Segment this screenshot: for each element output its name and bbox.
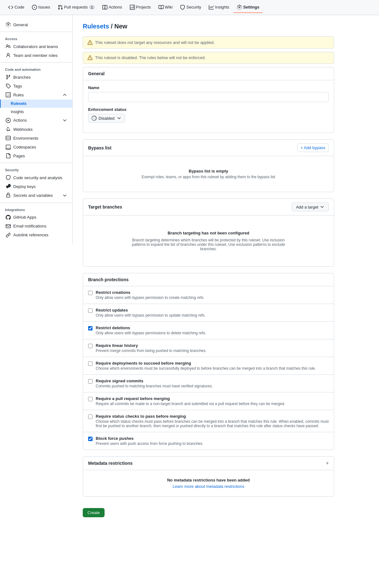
add-bypass-button[interactable]: + Add bypass	[297, 143, 329, 152]
protection-checkbox-restrict-deletions[interactable]	[88, 326, 93, 330]
target-empty-desc: Branch targeting determines which branch…	[129, 238, 287, 251]
breadcrumb-separator: /	[109, 23, 114, 30]
nav-insights[interactable]: Insights	[206, 2, 232, 13]
bypass-section-header: Bypass list + Add bypass	[83, 140, 334, 156]
integrations-section-label: Integrations	[0, 205, 72, 213]
name-input[interactable]	[88, 92, 329, 102]
protection-checkbox-require-status-checks[interactable]	[88, 415, 93, 419]
nav-wiki[interactable]: Wiki	[155, 2, 176, 13]
sidebar-deploy-keys-label: Deploy keys	[13, 184, 36, 189]
nav-projects-label: Projects	[136, 5, 151, 9]
protection-desc-require-signed-commits: Commits pushed to matching branches must…	[96, 384, 213, 388]
sidebar-rules-label: Rules	[13, 93, 24, 97]
sidebar-secrets-label: Secrets and variables	[13, 193, 53, 198]
breadcrumb-parent[interactable]: Rulesets	[83, 23, 109, 30]
sidebar-code-security[interactable]: Code security and analysis	[0, 173, 72, 182]
protection-checkbox-require-linear-history[interactable]	[88, 344, 93, 348]
alert-no-resources-text: This ruleset does not target any resourc…	[95, 40, 215, 45]
nav-pr-label: Pull requests	[64, 5, 88, 9]
general-section-body: Name Enforcement status Disabled	[83, 80, 334, 133]
access-section-label: Access	[0, 34, 72, 42]
table-row: Restrict updatesOnly allow users with by…	[83, 304, 334, 322]
person-icon	[6, 53, 11, 58]
metadata-add-icon[interactable]: +	[326, 460, 329, 466]
projects-icon	[130, 5, 135, 10]
protection-checkbox-restrict-creations[interactable]	[88, 291, 93, 295]
nav-wiki-label: Wiki	[165, 5, 173, 9]
breadcrumb-current: New	[114, 23, 127, 30]
bypass-empty-state: Bypass list is empty Exempt roles, teams…	[88, 161, 329, 187]
protection-checkbox-require-signed-commits[interactable]	[88, 379, 93, 384]
general-section: General Name Enforcement status Disabled	[83, 67, 334, 133]
sidebar-branches[interactable]: Branches	[0, 73, 72, 82]
chevron-down-target-icon	[320, 204, 325, 209]
bypass-empty-desc: Exempt roles, teams, or apps from this r…	[93, 175, 324, 179]
table-row: Require a pull request before mergingReq…	[83, 392, 334, 410]
nav-settings[interactable]: Settings	[234, 2, 262, 13]
chevron-down-icon	[62, 118, 67, 123]
table-row: Require linear historyPrevent merge comm…	[83, 339, 334, 357]
protection-desc-require-linear-history: Prevent merge commits from being pushed …	[96, 349, 207, 353]
add-target-button[interactable]: Add a target	[292, 203, 329, 211]
insights-icon	[209, 5, 214, 10]
sidebar-tags[interactable]: Tags	[0, 82, 72, 90]
warning-icon	[87, 40, 93, 45]
gear-icon	[6, 22, 11, 27]
target-empty-state: Branch targeting has not been configured…	[88, 221, 329, 261]
target-section-header: Target branches Add a target	[83, 199, 334, 215]
sidebar-insights-sub[interactable]: Insights	[0, 108, 72, 116]
breadcrumb: Rulesets / New	[83, 23, 334, 30]
pages-icon	[6, 153, 11, 158]
nav-issues[interactable]: Issues	[29, 2, 53, 13]
lock-icon	[6, 193, 11, 198]
protection-checkbox-require-pull-request[interactable]	[88, 397, 93, 401]
sidebar-secrets-variables[interactable]: Secrets and variables	[0, 191, 72, 200]
sidebar-autolink-references[interactable]: Autolink references	[0, 231, 72, 239]
sidebar: General Access Collaborators and teams T…	[0, 15, 73, 588]
code-icon	[8, 5, 13, 10]
sidebar-webhooks-label: Webhooks	[13, 127, 33, 132]
create-button[interactable]: Create	[83, 508, 105, 517]
nav-projects[interactable]: Projects	[127, 2, 154, 13]
table-row: Require status checks to pass before mer…	[83, 410, 334, 432]
sidebar-email-notifications[interactable]: Email notifications	[0, 222, 72, 231]
protection-label-require-signed-commits: Require signed commits	[96, 379, 213, 383]
sidebar-collaborators[interactable]: Collaborators and teams	[0, 42, 72, 51]
sidebar-general[interactable]: General	[0, 20, 72, 29]
sidebar-pages[interactable]: Pages	[0, 151, 72, 160]
nav-issues-label: Issues	[38, 5, 50, 9]
sidebar-codespaces[interactable]: Codespaces	[0, 142, 72, 151]
sidebar-deploy-keys[interactable]: Deploy keys	[0, 182, 72, 191]
nav-actions[interactable]: Actions	[99, 2, 125, 13]
protection-checkbox-block-force-pushes[interactable]	[88, 437, 93, 441]
metadata-learn-more[interactable]: Learn more about metadata restrictions	[173, 484, 244, 489]
sidebar-github-apps[interactable]: GitHub Apps	[0, 213, 72, 222]
general-section-header: General	[83, 67, 334, 80]
protection-checkbox-restrict-updates[interactable]	[88, 308, 93, 313]
sidebar-environments[interactable]: Environments	[0, 134, 72, 142]
protection-checkbox-require-deployments[interactable]	[88, 361, 93, 366]
protection-desc-restrict-updates: Only allow users with bypass permission …	[96, 313, 206, 318]
sidebar-code-security-label: Code security and analysis	[13, 175, 62, 180]
security-section-label: Security	[0, 166, 72, 173]
protection-label-require-pull-request: Require a pull request before merging	[96, 396, 285, 401]
sidebar-team-member-roles[interactable]: Team and member roles	[0, 51, 72, 60]
sidebar-rules[interactable]: Rules	[0, 90, 72, 100]
metadata-empty-state: No metadata restrictions have been added…	[83, 470, 334, 496]
nav-code[interactable]: Code	[5, 2, 27, 13]
nav-pullrequests[interactable]: Pull requests 1	[55, 2, 98, 13]
sidebar-actions[interactable]: Actions	[0, 116, 72, 125]
sidebar-actions-label: Actions	[13, 118, 27, 123]
sidebar-github-apps-label: GitHub Apps	[13, 215, 36, 220]
enforcement-field-group: Enforcement status Disabled	[88, 107, 329, 123]
enforcement-dropdown[interactable]: Disabled	[88, 114, 125, 123]
chevron-up-icon	[62, 92, 67, 98]
sidebar-rulesets[interactable]: Rulesets	[0, 100, 72, 108]
sidebar-environments-label: Environments	[13, 136, 38, 141]
nav-code-label: Code	[15, 5, 24, 9]
nav-security[interactable]: Security	[177, 2, 204, 13]
sidebar-webhooks[interactable]: Webhooks	[0, 125, 72, 134]
people-icon	[6, 44, 11, 49]
pr-badge: 1	[89, 5, 95, 9]
alert-disabled: This ruleset is disabled. The rules belo…	[83, 52, 334, 64]
